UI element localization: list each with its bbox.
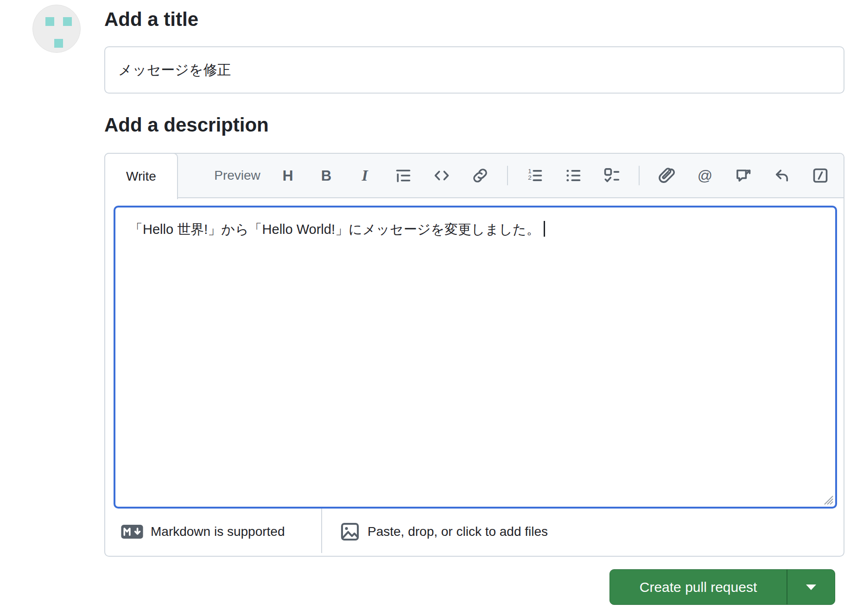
avatar-pixel — [63, 17, 72, 26]
resize-handle-icon[interactable] — [822, 493, 834, 505]
title-input[interactable] — [104, 46, 844, 94]
toolbar-quote-icon[interactable] — [392, 164, 415, 187]
toolbar-reply-icon[interactable] — [770, 164, 793, 187]
toolbar-separator — [639, 166, 640, 185]
toolbar-paperclip-icon[interactable] — [655, 164, 678, 187]
title-heading: Add a title — [104, 8, 198, 31]
description-editor-card: Write Preview HBI12@ 「Hello 世界!」から「Hello… — [104, 153, 844, 557]
text-cursor — [544, 221, 545, 237]
toolbar-slash-command-icon[interactable] — [809, 164, 832, 187]
toolbar-list-unordered-icon[interactable] — [562, 164, 585, 187]
description-textarea[interactable]: 「Hello 世界!」から「Hello World!」にメッセージを変更しました… — [114, 206, 837, 509]
toolbar-cross-reference-icon[interactable] — [732, 164, 755, 187]
toolbar-bold-icon[interactable]: B — [315, 164, 338, 187]
create-pull-request-button[interactable]: Create pull request — [610, 570, 787, 604]
tab-write[interactable]: Write — [104, 153, 178, 199]
svg-text:1: 1 — [528, 168, 532, 175]
create-pull-request-split-button: Create pull request — [609, 569, 835, 605]
toolbar-link-icon[interactable] — [469, 164, 492, 187]
create-pull-request-options-button[interactable] — [787, 570, 835, 604]
markdown-toolbar: HBI12@ — [276, 154, 832, 197]
avatar — [32, 5, 81, 53]
description-heading: Add a description — [104, 114, 269, 136]
toolbar-separator — [507, 166, 508, 185]
tab-preview[interactable]: Preview — [191, 154, 284, 197]
toolbar-mention-icon[interactable]: @ — [693, 164, 717, 187]
image-icon — [340, 522, 360, 542]
attach-files-button[interactable]: Paste, drop, or click to add files — [340, 508, 548, 556]
avatar-pixel — [54, 39, 63, 48]
description-text: 「Hello 世界!」から「Hello World!」にメッセージを変更しました… — [129, 222, 540, 237]
markdown-supported-link[interactable]: Markdown is supported — [121, 508, 285, 556]
avatar-pixel — [45, 17, 54, 26]
toolbar-italic-icon[interactable]: I — [353, 164, 376, 187]
markdown-hint-label: Markdown is supported — [151, 524, 285, 539]
toolbar-code-icon[interactable] — [430, 164, 453, 187]
toolbar-heading-icon[interactable]: H — [276, 164, 299, 187]
editor-header: Write Preview HBI12@ — [105, 154, 844, 198]
footer-divider — [321, 509, 322, 553]
markdown-icon — [121, 525, 143, 539]
toolbar-tasklist-icon[interactable] — [600, 164, 623, 187]
editor-footer: Markdown is supported Paste, drop, or cl… — [105, 508, 844, 556]
toolbar-list-ordered-icon[interactable]: 12 — [523, 164, 546, 187]
upload-hint-label: Paste, drop, or click to add files — [368, 524, 548, 539]
svg-text:2: 2 — [528, 174, 532, 181]
dropdown-caret-icon — [806, 585, 816, 590]
